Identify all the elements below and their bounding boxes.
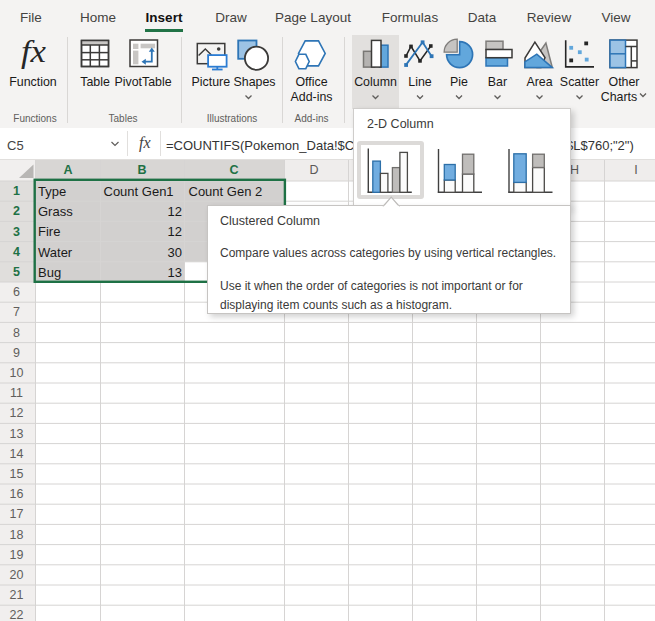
svg-text:fx: fx <box>21 33 46 69</box>
